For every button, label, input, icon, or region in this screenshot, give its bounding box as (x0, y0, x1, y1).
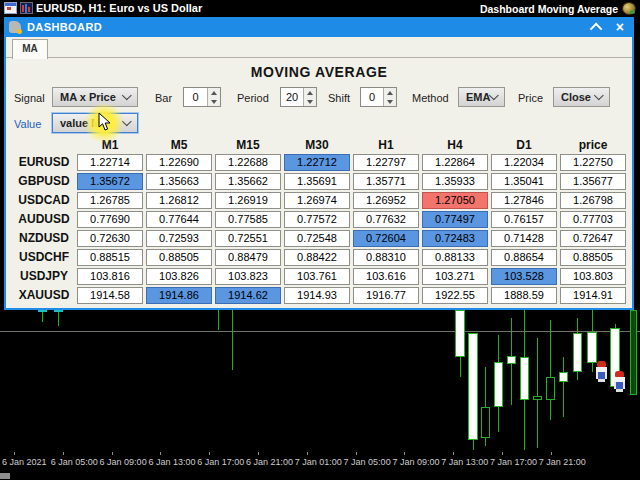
chevron-down-icon (122, 116, 132, 126)
axis-tick (160, 452, 161, 455)
column-header: M5 (146, 139, 212, 152)
axis-time-label: 7 Jan 13:00 (441, 457, 488, 467)
ma-value-cell: 0.88479 (215, 249, 281, 266)
ma-value-cell: 1.26785 (77, 192, 143, 209)
candle-wick (218, 310, 219, 330)
ma-table: M1M5M15M30H1H4D1priceEURUSD1.227141.2269… (14, 139, 626, 304)
current-price-line (0, 331, 640, 332)
axis-tick (209, 452, 210, 455)
candle-wick (563, 357, 564, 417)
time-axis[interactable]: 6 Jan 20216 Jan 05:006 Jan 09:006 Jan 13… (0, 452, 640, 480)
indicator-name-label: Dashboard Moving Average (480, 3, 618, 15)
scrollbar-nub[interactable] (0, 473, 10, 479)
tab-ma[interactable]: MA (12, 39, 48, 59)
period-label: Period (237, 92, 269, 104)
chart-symbol-title: EURUSD, H1: Euro vs US Dollar (36, 2, 202, 14)
period-stepper[interactable]: 20 (280, 87, 317, 107)
pair-label: NZDUSD (14, 230, 74, 247)
period-down-icon[interactable] (304, 97, 316, 106)
candle-body (559, 372, 568, 382)
axis-time-label: 7 Jan 01:00 (295, 457, 342, 467)
dashboard-body: MA MOVING AVERAGE Signal MA x Price Bar … (6, 37, 632, 308)
ma-value-cell: 1.22712 (284, 154, 350, 171)
ma-value-cell: 0.88515 (77, 249, 143, 266)
ma-value-cell: 1.26974 (284, 192, 350, 209)
shift-label: Shift (328, 92, 350, 104)
value-label: Value (14, 118, 41, 130)
window-title-bar: EURUSD, H1: Euro vs US Dollar Dashboard … (0, 0, 640, 17)
method-label: Method (412, 92, 449, 104)
candle-wick (42, 311, 43, 322)
candle-body (481, 407, 490, 438)
ma-value-cell: 1.22690 (146, 154, 212, 171)
ma-value-cell: 103.528 (491, 268, 557, 285)
ma-value-cell: 1.35662 (215, 173, 281, 190)
signal-dropdown[interactable]: MA x Price (52, 87, 138, 107)
period-up-icon[interactable] (304, 88, 316, 97)
price-value: Close (561, 91, 591, 103)
bar-up-icon[interactable] (208, 88, 220, 97)
signal-figure-icon (596, 361, 607, 382)
shift-stepper[interactable]: 0 (360, 87, 397, 107)
candle-body (520, 357, 529, 400)
pair-label: USDCAD (14, 192, 74, 209)
shift-down-icon[interactable] (384, 97, 396, 106)
value-dropdown[interactable]: value MA (52, 113, 138, 133)
bar-stepper[interactable]: 0 (183, 87, 221, 107)
candle-body (507, 356, 516, 364)
axis-tick (356, 452, 357, 455)
ma-value-cell: 0.72604 (353, 230, 419, 247)
price-dropdown[interactable]: Close (553, 87, 610, 107)
close-icon[interactable]: × (616, 21, 624, 33)
panel-heading: MOVING AVERAGE (6, 64, 632, 80)
ma-value-cell: 0.72593 (146, 230, 212, 247)
candle-body (455, 310, 465, 357)
ma-value-cell: 1.22688 (215, 154, 281, 171)
ma-value-cell: 1.35041 (491, 173, 557, 190)
candle-wick (58, 311, 59, 326)
axis-time-label: 6 Jan 13:00 (148, 457, 195, 467)
axis-tick (112, 452, 113, 455)
collapse-icon[interactable] (590, 22, 603, 35)
axis-time-label: 6 Jan 09:00 (100, 457, 147, 467)
axis-tick (404, 452, 405, 455)
axis-time-label: 6 Jan 17:00 (197, 457, 244, 467)
candle-body (533, 396, 542, 400)
ma-value-cell: 1.27050 (422, 192, 488, 209)
axis-time-label: 7 Jan 09:00 (392, 457, 439, 467)
price-chart[interactable] (0, 310, 640, 452)
axis-time-label: 6 Jan 21:00 (246, 457, 293, 467)
ma-value-cell: 1914.93 (284, 287, 350, 304)
ma-value-cell: 0.77690 (77, 211, 143, 228)
ma-value-cell: 103.616 (353, 268, 419, 285)
pair-label: GBPUSD (14, 173, 74, 190)
ma-value-cell: 0.88133 (422, 249, 488, 266)
candle-body (546, 377, 555, 400)
axis-time-label: 6 Jan 05:00 (51, 457, 98, 467)
ma-value-cell: 103.803 (560, 268, 626, 285)
dashboard-icon (9, 21, 21, 33)
bar-down-icon[interactable] (208, 97, 220, 106)
ma-value-cell: 1.22797 (353, 154, 419, 171)
dashboard-title-bar[interactable]: DASHBOARD × (4, 17, 634, 37)
chart-icon (20, 2, 33, 14)
method-dropdown[interactable]: EMA (458, 87, 505, 107)
ma-value-cell: 1914.62 (215, 287, 281, 304)
axis-time-label: 7 Jan 05:00 (344, 457, 391, 467)
ma-value-cell: 0.77632 (353, 211, 419, 228)
pair-label: EURUSD (14, 154, 74, 171)
ma-value-cell: 103.826 (146, 268, 212, 285)
dashboard-title: DASHBOARD (27, 21, 102, 33)
ma-value-cell: 103.761 (284, 268, 350, 285)
ma-value-cell: 1.35677 (560, 173, 626, 190)
ma-value-cell: 0.72551 (215, 230, 281, 247)
column-header: H4 (422, 139, 488, 152)
candle-body (630, 310, 637, 395)
window-icon (4, 2, 17, 14)
column-header: M1 (77, 139, 143, 152)
shift-up-icon[interactable] (384, 88, 396, 97)
indicator-line-segment (54, 310, 63, 312)
method-value: EMA (466, 91, 490, 103)
ma-value-cell: 0.77572 (284, 211, 350, 228)
axis-time-label: 7 Jan 17:00 (490, 457, 537, 467)
